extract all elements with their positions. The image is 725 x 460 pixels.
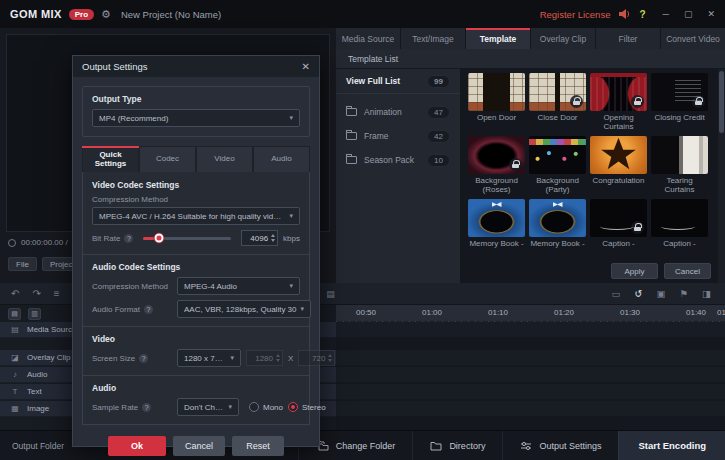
template-thumbnail[interactable] xyxy=(651,199,708,237)
tab-codec[interactable]: Codec xyxy=(139,146,196,172)
output-settings-button[interactable]: Output Settings xyxy=(502,431,618,460)
mono-radio[interactable] xyxy=(249,402,259,412)
marker-icon[interactable]: ▤ xyxy=(326,289,335,299)
output-type-select[interactable]: MP4 (Recommend) ▾ xyxy=(92,109,300,127)
dialog-title: Output Settings xyxy=(82,61,147,72)
lane-text[interactable] xyxy=(336,384,725,400)
clip-icon[interactable]: ▭ xyxy=(612,288,621,299)
category-season-pack[interactable]: Season Pack 10 xyxy=(336,148,460,172)
template-item[interactable]: Memory Book - xyxy=(529,199,590,258)
lane-overlay-clip[interactable] xyxy=(336,350,725,366)
chevron-down-icon: ▾ xyxy=(289,282,293,290)
dialog-close-icon[interactable]: ✕ xyxy=(302,61,310,72)
output-settings-dialog: Output Settings ✕ Output Type MP4 (Recom… xyxy=(72,55,320,447)
template-item[interactable]: Close Door xyxy=(529,73,590,132)
height-input: 720 xyxy=(298,350,335,366)
template-thumbnail[interactable] xyxy=(468,199,525,237)
undo-icon[interactable]: ↶ xyxy=(11,288,19,299)
timeline-ruler[interactable]: 00:50 01:00 01:10 01:20 01:30 01:40 01:5… xyxy=(336,305,725,321)
maximize-button[interactable]: ▢ xyxy=(684,9,693,19)
template-thumbnail[interactable] xyxy=(529,136,586,174)
apply-button[interactable]: Apply xyxy=(611,263,658,279)
audio-compression-select[interactable]: MPEG-4 Audio ▾ xyxy=(177,277,300,295)
lane-image[interactable] xyxy=(336,401,725,417)
template-thumbnail[interactable] xyxy=(529,199,586,237)
template-scrollbar[interactable] xyxy=(718,69,725,283)
media-source-icon: ▤ xyxy=(10,325,20,334)
track-label: Audio xyxy=(27,370,47,379)
minimize-button[interactable]: ─ xyxy=(663,9,669,19)
template-thumbnail[interactable] xyxy=(590,199,647,237)
expand-icon[interactable]: ◨ xyxy=(702,288,711,299)
track-options-icon[interactable]: ▥ xyxy=(28,308,41,320)
cancel-button[interactable]: Cancel xyxy=(664,263,711,279)
track-label: Overlay Clip xyxy=(27,353,71,362)
dialog-cancel-button[interactable]: Cancel xyxy=(173,436,225,456)
template-thumbnail[interactable] xyxy=(590,73,647,111)
lane-audio[interactable] xyxy=(336,367,725,383)
project-title: New Project (No Name) xyxy=(121,9,221,20)
screen-size-select[interactable]: 1280 x 720 (... ▾ xyxy=(177,349,241,367)
dimension-x-label: X xyxy=(288,354,293,363)
register-license-link[interactable]: Register License xyxy=(540,9,611,20)
titlebar: GOM MIX Pro ⚙ New Project (No Name) Regi… xyxy=(0,0,725,28)
file-tab-button[interactable]: File xyxy=(8,257,37,271)
sample-rate-select[interactable]: Don't Chan... ▾ xyxy=(177,398,239,416)
tab-media-source[interactable]: Media Source xyxy=(336,28,401,49)
template-item[interactable]: Closing Credit xyxy=(651,73,712,132)
template-thumbnail[interactable] xyxy=(651,136,708,174)
template-item[interactable]: Caption - xyxy=(651,199,712,258)
video-compression-select[interactable]: MPEG-4 AVC / H.264 Suitable for high qua… xyxy=(92,207,300,225)
tab-convert-video[interactable]: Convert Video xyxy=(661,28,725,49)
redo-icon[interactable]: ↷ xyxy=(32,288,40,299)
flag-icon[interactable]: ⚑ xyxy=(679,288,688,299)
template-thumbnail[interactable] xyxy=(468,136,525,174)
template-thumbnail[interactable] xyxy=(651,73,708,111)
slider-handle[interactable] xyxy=(155,234,164,243)
help-circle-icon[interactable]: ? xyxy=(124,234,133,243)
output-settings-label: Output Settings xyxy=(539,441,601,451)
template-thumbnail[interactable] xyxy=(468,73,525,111)
close-button[interactable]: ✕ xyxy=(707,9,715,19)
tab-overlay-clip[interactable]: Overlay Clip xyxy=(531,28,596,49)
settings-gear-icon[interactable]: ⚙ xyxy=(101,8,111,21)
template-item[interactable]: Tearing Curtains xyxy=(651,136,712,195)
template-item[interactable]: Opening Curtains xyxy=(590,73,651,132)
tab-template[interactable]: Template xyxy=(466,28,531,49)
zoom-fit-icon[interactable]: ▣ xyxy=(657,288,666,299)
template-thumbnail[interactable] xyxy=(590,136,647,174)
template-thumbnail[interactable] xyxy=(529,73,586,111)
tab-text-image[interactable]: Text/Image xyxy=(401,28,466,49)
help-circle-icon[interactable]: ? xyxy=(139,354,148,363)
rotate-icon[interactable]: ↺ xyxy=(635,288,643,299)
scrollbar-thumb[interactable] xyxy=(719,71,724,133)
reset-button[interactable]: Reset xyxy=(232,436,284,456)
start-encoding-button[interactable]: Start Encoding xyxy=(618,431,725,460)
ok-button[interactable]: Ok xyxy=(108,436,166,456)
directory-button[interactable]: Directory xyxy=(412,431,502,460)
audio-format-select[interactable]: AAC, VBR, 128kbps, Quality 30 ▾ xyxy=(177,300,311,318)
help-icon[interactable]: ? xyxy=(639,9,645,20)
tab-audio[interactable]: Audio xyxy=(253,146,310,172)
help-circle-icon[interactable]: ? xyxy=(142,403,151,412)
template-item[interactable]: Background (Roses) xyxy=(468,136,529,195)
template-item[interactable]: Background (Party) xyxy=(529,136,590,195)
bit-rate-slider[interactable] xyxy=(143,237,231,240)
category-frame[interactable]: Frame 42 xyxy=(336,124,460,148)
help-circle-icon[interactable]: ? xyxy=(144,305,153,314)
tab-quick-settings[interactable]: Quick Settings xyxy=(82,146,139,172)
tab-video[interactable]: Video xyxy=(196,146,253,172)
template-item[interactable]: Congratulation xyxy=(590,136,651,195)
view-full-list-item[interactable]: View Full List 99 xyxy=(336,69,460,94)
template-label: Closing Credit xyxy=(651,114,708,132)
template-item[interactable]: Open Door xyxy=(468,73,529,132)
category-animation[interactable]: Animation 47 xyxy=(336,100,460,124)
lane-media-source[interactable] xyxy=(336,322,725,338)
stepper-arrows[interactable] xyxy=(271,234,275,242)
tab-filter[interactable]: Filter xyxy=(596,28,661,49)
stereo-radio[interactable] xyxy=(288,402,298,412)
track-add-icon[interactable]: ▤ xyxy=(8,308,21,320)
bit-rate-input[interactable]: 4096 xyxy=(241,230,278,246)
template-item[interactable]: Caption - xyxy=(590,199,651,258)
template-item[interactable]: Memory Book - xyxy=(468,199,529,258)
